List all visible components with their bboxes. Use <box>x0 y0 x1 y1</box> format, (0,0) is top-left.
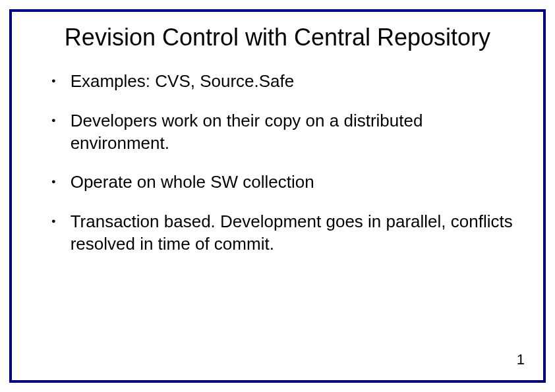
page-number: 1 <box>517 351 525 368</box>
bullet-text: Developers work on their copy on a distr… <box>71 110 523 155</box>
bullet-icon: ● <box>51 178 56 185</box>
bullet-icon: ● <box>51 117 56 124</box>
bullet-text: Transaction based. Development goes in p… <box>71 211 523 256</box>
slide-container: Revision Control with Central Repository… <box>0 0 555 392</box>
list-item: ● Developers work on their copy on a dis… <box>51 110 523 155</box>
bullet-text: Operate on whole SW collection <box>71 171 314 194</box>
bullet-icon: ● <box>51 217 56 225</box>
list-item: ● Transaction based. Development goes in… <box>51 211 523 256</box>
bullet-list: ● Examples: CVS, Source.Safe ● Developer… <box>32 70 523 256</box>
bullet-icon: ● <box>51 77 56 84</box>
bullet-text: Examples: CVS, Source.Safe <box>71 70 295 93</box>
slide-title: Revision Control with Central Repository <box>32 22 523 52</box>
list-item: ● Examples: CVS, Source.Safe <box>51 70 523 93</box>
slide-border: Revision Control with Central Repository… <box>9 9 546 383</box>
list-item: ● Operate on whole SW collection <box>51 171 523 194</box>
